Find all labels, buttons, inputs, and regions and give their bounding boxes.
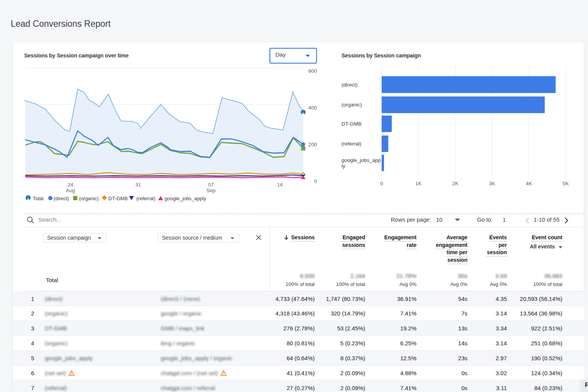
svg-text:(direct): (direct): [341, 82, 358, 88]
svg-text:google_jobs_app: google_jobs_app: [341, 157, 381, 163]
svg-text:DT-GMB: DT-GMB: [341, 121, 362, 127]
svg-text:ly: ly: [341, 163, 345, 169]
svg-text:Sep: Sep: [206, 188, 216, 193]
svg-text:24: 24: [67, 182, 74, 188]
svg-text:2K: 2K: [452, 181, 459, 186]
svg-text:07: 07: [208, 182, 214, 188]
svg-text:3K: 3K: [489, 181, 495, 186]
svg-text:1K: 1K: [415, 181, 422, 186]
svg-text:14: 14: [277, 182, 283, 188]
svg-text:(referral): (referral): [341, 141, 361, 147]
svg-text:600: 600: [308, 68, 317, 74]
svg-text:0: 0: [314, 178, 317, 184]
svg-text:400: 400: [308, 105, 317, 111]
svg-text:4K: 4K: [526, 181, 532, 186]
svg-text:(organic): (organic): [341, 102, 362, 108]
svg-text:5K: 5K: [562, 181, 569, 186]
svg-text:Aug: Aug: [66, 188, 75, 193]
svg-text:31: 31: [135, 182, 141, 188]
svg-text:0: 0: [380, 181, 383, 186]
svg-text:200: 200: [308, 142, 317, 147]
